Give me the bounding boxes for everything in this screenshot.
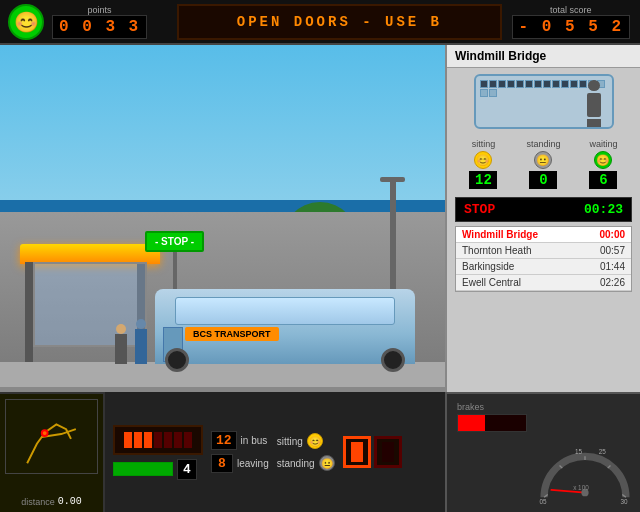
light-arm bbox=[380, 177, 405, 182]
stop-timer: STOP 00:23 bbox=[455, 197, 632, 222]
svg-text:15: 15 bbox=[575, 448, 583, 455]
sched-name-0: Windmill Bridge bbox=[462, 229, 538, 240]
sitting-stat: sitting 😊 12 bbox=[469, 139, 497, 189]
sched-time-0: 00:00 bbox=[599, 229, 625, 240]
gauge-area: brakes 05 15 25 30 x 100 bbox=[445, 392, 640, 512]
sitting-label: sitting bbox=[472, 139, 496, 149]
minimap-svg bbox=[6, 400, 97, 473]
speed-bar bbox=[113, 462, 173, 476]
sitting-smiley: 😊 bbox=[307, 433, 323, 449]
bus: BCS TRANSPORT bbox=[145, 274, 425, 364]
standing-row: standing 😐 bbox=[277, 455, 335, 471]
sit-stand-col: sitting 😊 standing 😐 bbox=[277, 433, 335, 471]
waiting-stat: waiting 😊 6 bbox=[589, 139, 617, 189]
shelter-roof bbox=[20, 244, 160, 264]
sitting-row: sitting 😊 bbox=[277, 433, 335, 449]
marquee-display: OPEN DOORS - USE B bbox=[177, 4, 501, 40]
distance-row: distance 0.00 bbox=[0, 496, 103, 507]
distance-label: distance bbox=[21, 497, 55, 507]
person-2 bbox=[135, 319, 147, 364]
passenger-stats: sitting 😊 12 standing 😐 0 waiting 😊 6 bbox=[447, 135, 640, 193]
svg-text:x 100: x 100 bbox=[573, 484, 589, 491]
sched-name-2: Barkingside bbox=[462, 261, 514, 272]
panel-title: Windmill Bridge bbox=[447, 45, 640, 68]
svg-text:05: 05 bbox=[540, 499, 548, 506]
door-box-2 bbox=[374, 436, 402, 468]
passenger-col: 12 in bus 8 leaving bbox=[211, 431, 269, 473]
points-value: 0 0 3 3 bbox=[52, 15, 147, 39]
total-score-box: total score - 0 5 5 2 bbox=[512, 5, 630, 39]
leaving-row: 8 leaving bbox=[211, 454, 269, 473]
person-1 bbox=[115, 324, 127, 364]
schedule-item-2: Barkingside 01:44 bbox=[456, 259, 631, 275]
led-bar-top bbox=[113, 425, 203, 455]
waiting-label: waiting bbox=[589, 139, 617, 149]
wheel-front bbox=[165, 348, 189, 372]
brake-fill bbox=[458, 415, 485, 431]
wheel-rear bbox=[381, 348, 405, 372]
schedule-item-1: Thornton Heath 00:57 bbox=[456, 243, 631, 259]
top-hud: 😊 points 0 0 3 3 OPEN DOORS - USE B tota… bbox=[0, 0, 640, 45]
middle-hud: 4 12 in bus 8 leaving sitting 😊 standing… bbox=[105, 392, 445, 512]
gear-display: 4 bbox=[177, 459, 197, 480]
total-label: total score bbox=[512, 5, 630, 15]
standing-icon: 😐 bbox=[534, 151, 552, 169]
svg-point-2 bbox=[43, 431, 47, 435]
bus-windows bbox=[175, 297, 395, 325]
door-indicators bbox=[343, 436, 402, 468]
in-bus-count: 12 bbox=[211, 431, 237, 450]
brake-bar bbox=[457, 414, 527, 432]
svg-text:25: 25 bbox=[599, 448, 607, 455]
right-panel: Windmill Bridge sit bbox=[445, 45, 640, 415]
marquee-text: OPEN DOORS - USE B bbox=[237, 14, 442, 30]
schedule-item-3: Ewell Central 02:26 bbox=[456, 275, 631, 291]
sitting-label-bottom: sitting bbox=[277, 436, 303, 447]
svg-text:30: 30 bbox=[620, 499, 628, 506]
in-bus-row: 12 in bus bbox=[211, 431, 269, 450]
bus-destination: BCS TRANSPORT bbox=[185, 327, 279, 341]
distance-value: 0.00 bbox=[58, 496, 82, 507]
stop-sign: - STOP - bbox=[145, 231, 204, 252]
sched-time-1: 00:57 bbox=[600, 245, 625, 256]
player-smiley: 😊 bbox=[8, 4, 44, 40]
sched-name-1: Thornton Heath bbox=[462, 245, 532, 256]
minimap-section: distance 0.00 bbox=[0, 392, 105, 512]
standing-label: standing bbox=[526, 139, 560, 149]
minimap bbox=[5, 399, 98, 474]
person-silhouette bbox=[584, 80, 604, 129]
sched-time-3: 02:26 bbox=[600, 277, 625, 288]
bottom-hud: distance 0.00 4 bbox=[0, 392, 640, 512]
shelter-back bbox=[33, 262, 147, 347]
door-box-1 bbox=[343, 436, 371, 468]
leaving-count: 8 bbox=[211, 454, 233, 473]
brakes-label: brakes bbox=[457, 402, 484, 412]
standing-stat: standing 😐 0 bbox=[526, 139, 560, 189]
leaving-label: leaving bbox=[237, 458, 269, 469]
speedometer-svg: 05 15 25 30 x 100 bbox=[535, 442, 635, 507]
in-bus-label: in bus bbox=[241, 435, 268, 446]
total-value: - 0 5 5 2 bbox=[512, 15, 630, 39]
sitting-count: 12 bbox=[469, 171, 497, 189]
points-box: points 0 0 3 3 bbox=[52, 5, 147, 39]
waiting-count: 6 bbox=[589, 171, 617, 189]
led-bars: 4 bbox=[113, 425, 203, 480]
sched-name-3: Ewell Central bbox=[462, 277, 521, 288]
standing-smiley: 😐 bbox=[319, 455, 335, 471]
schedule-list: Windmill Bridge 00:00 Thornton Heath 00:… bbox=[455, 226, 632, 292]
schedule-item-0: Windmill Bridge 00:00 bbox=[456, 227, 631, 243]
standing-label-bottom: standing bbox=[277, 458, 315, 469]
bus-shelter bbox=[20, 244, 150, 364]
standing-count: 0 bbox=[529, 171, 557, 189]
stop-time: 00:23 bbox=[584, 202, 623, 217]
bus-wheels bbox=[165, 348, 405, 372]
shelter-pole-left bbox=[25, 262, 33, 362]
stop-label: STOP bbox=[464, 202, 495, 217]
waiting-icon: 😊 bbox=[594, 151, 612, 169]
bus-diagram bbox=[474, 74, 614, 129]
gear-row: 4 bbox=[113, 459, 203, 480]
sitting-icon: 😊 bbox=[474, 151, 492, 169]
sched-time-2: 01:44 bbox=[600, 261, 625, 272]
points-label: points bbox=[52, 5, 147, 15]
